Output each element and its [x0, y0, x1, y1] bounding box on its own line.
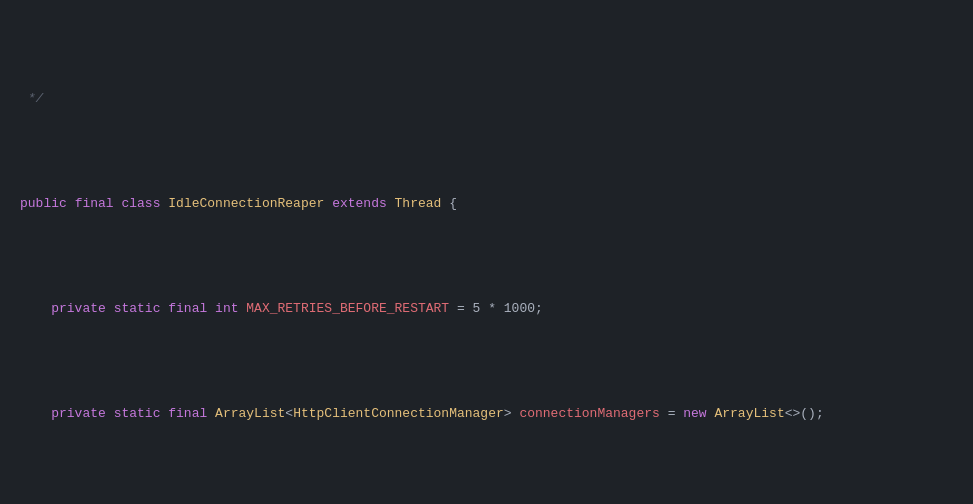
code-line: private static final int MAX_RETRIES_BEF… [0, 298, 973, 319]
line-content: public final class IdleConnectionReaper … [12, 193, 973, 214]
code-editor: */ public final class IdleConnectionReap… [0, 0, 973, 504]
code-block: */ public final class IdleConnectionReap… [0, 0, 973, 504]
line-content: */ [12, 88, 973, 109]
code-line: private static final ArrayList<HttpClien… [0, 403, 973, 424]
code-line: */ [0, 88, 973, 109]
line-content: private static final ArrayList<HttpClien… [12, 403, 973, 424]
code-line: public final class IdleConnectionReaper … [0, 193, 973, 214]
line-content: private static final int MAX_RETRIES_BEF… [12, 298, 973, 319]
